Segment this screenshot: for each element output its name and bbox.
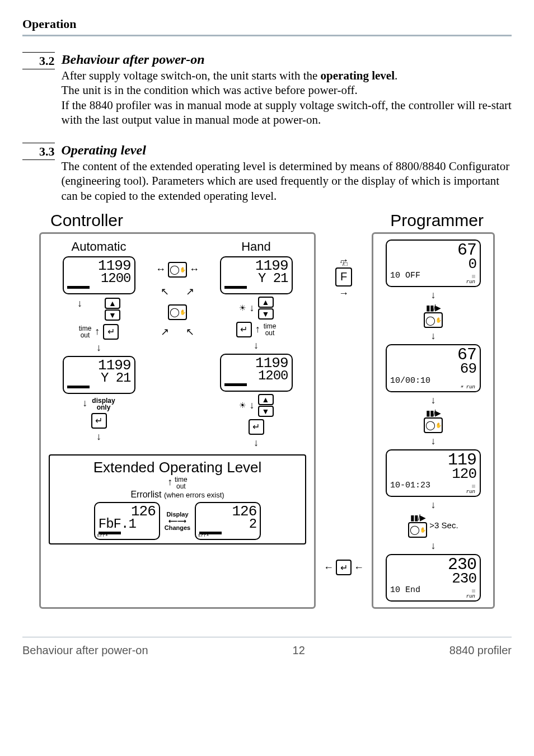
enter-key[interactable]: ↵ <box>91 413 107 429</box>
enter-key[interactable]: ↵ <box>249 419 264 435</box>
gt3sec-label: >3 Sec. <box>429 520 458 530</box>
programmer-panel: 67 0 10 OFF run ↓ ▮▮/▶ ◯✋ ↓ 67 69 10/00:… <box>372 232 495 609</box>
extended-title: Extended Operating Level <box>53 459 302 476</box>
footer-left: Behaviour after power-on <box>22 644 148 657</box>
lcd-prog-1: 67 0 10 OFF run <box>386 240 481 287</box>
diag-arrow-icon: ↖ <box>161 285 169 298</box>
programmer-title: Programmer <box>390 211 484 230</box>
run-stop-key[interactable]: ◯✋ <box>408 522 427 538</box>
section-body: After supply voltage switch-on, the unit… <box>62 68 512 127</box>
down-arrow-icon: ↓ <box>82 397 87 409</box>
hand-mode-key[interactable]: ◯✋ <box>168 262 187 278</box>
bidir-arrow-icon: ↔ <box>189 264 199 275</box>
timeout-label: time out <box>79 325 92 339</box>
down-arrow-icon: ↓ <box>250 400 255 411</box>
page-header: Operation <box>22 17 512 36</box>
section-3-3: 3.3 Operating level The content of the e… <box>22 143 512 203</box>
hand-mode-key[interactable]: ◯✋ <box>168 304 187 320</box>
run-stop-icon: ▮▮/▶ <box>426 303 441 312</box>
footer-right: 8840 profiler <box>449 644 512 657</box>
up-arrow-icon: ↑ <box>255 323 260 335</box>
up-arrow-icon: ↑ <box>95 326 100 337</box>
lcd-hand-2: 1199 1200 <box>220 354 293 392</box>
section-number: 3.3 <box>22 144 55 160</box>
up-down-keys[interactable]: ▲▼ <box>105 298 120 321</box>
down-arrow-icon: ↓ <box>254 340 259 351</box>
lcd-hand-1: 1199 Y 21 <box>220 256 293 294</box>
lcd-prog-2: 67 69 10/00:10 ☀ run <box>386 344 481 392</box>
footer-page-number: 12 <box>293 644 305 657</box>
controller-panel: Automatic 1199 1200 ↓ ▲▼ <box>39 232 316 609</box>
section-3-2: 3.2 Behaviour after power-on After suppl… <box>22 52 512 127</box>
diag-arrow-icon: ↗ <box>161 326 169 338</box>
timeout-label: time out <box>175 476 188 490</box>
left-arrow-icon: ← <box>324 562 334 574</box>
run-stop-icon: ▮▮/▶ <box>410 513 425 522</box>
down-arrow-icon: ↓ <box>96 342 101 354</box>
hand-blink-icon <box>239 303 246 313</box>
run-stop-key[interactable]: ◯✋ <box>424 312 443 328</box>
down-arrow-icon: ↓ <box>431 289 436 301</box>
section-number: 3.2 <box>22 54 55 69</box>
lcd-prog-4: 230 230 10 End run <box>386 554 481 602</box>
diag-arrow-icon: ↖ <box>186 326 194 338</box>
f-key[interactable]: F <box>335 267 352 287</box>
down-arrow-icon: ↓ <box>431 330 436 342</box>
controller-title: Controller <box>50 211 123 230</box>
lcd-error-2: 126 2 Err☀ <box>195 502 261 540</box>
section-title: Behaviour after power-on <box>62 52 512 67</box>
page-footer: Behaviour after power-on 12 8840 profile… <box>22 637 512 657</box>
lcd-auto-2: 1199 Y 21 <box>63 356 135 394</box>
errorlist-label: Errorlist <box>130 490 161 499</box>
hand-blink-icon <box>239 400 246 410</box>
extended-operating-level: Extended Operating Level ↑ time out Erro… <box>49 454 306 544</box>
section-body: The content of the extended operating le… <box>62 159 512 203</box>
timeout-label: time out <box>264 323 277 336</box>
hand-label: Hand <box>241 240 271 254</box>
down-arrow-icon: ↓ <box>431 395 436 406</box>
errorlist-sublabel: (when errors exist) <box>164 491 224 499</box>
up-down-keys[interactable]: ▲▼ <box>258 297 274 320</box>
up-arrow-icon: ↑ <box>167 476 172 487</box>
down-arrow-icon: ↓ <box>431 540 436 552</box>
down-arrow-icon: ↓ <box>431 435 436 447</box>
diag-arrow-icon: ↗ <box>186 285 194 298</box>
lcd-prog-3: 119 120 10-01:23 run <box>386 449 481 497</box>
run-stop-key[interactable]: ◯✋ <box>424 417 443 433</box>
section-title: Operating level <box>62 143 512 158</box>
display-only-label: display only <box>92 397 115 411</box>
enter-key[interactable]: ↵ <box>236 322 252 337</box>
down-arrow-icon: ↓ <box>250 302 255 314</box>
run-stop-icon: ▮▮/▶ <box>426 408 441 417</box>
automatic-label: Automatic <box>72 240 127 254</box>
down-arrow-icon: ↓ <box>431 499 436 511</box>
down-arrow-icon: ↓ <box>96 431 101 443</box>
enter-key[interactable]: ↵ <box>103 324 119 340</box>
bidir-arrow-icon: ↔ <box>156 264 166 275</box>
left-arrow-icon: ← <box>354 562 364 574</box>
enter-key[interactable]: ↵ <box>336 560 352 575</box>
lcd-auto-1: 1199 1200 <box>63 256 135 294</box>
display-changes-label: Display⟵⟶Changes <box>165 511 190 531</box>
right-arrow-icon: → <box>339 288 349 299</box>
down-arrow-icon: ↓ <box>254 437 259 449</box>
lcd-error-1: 126 FbF.1 Err☀ <box>94 502 160 540</box>
up-down-keys[interactable]: ▲▼ <box>258 394 274 417</box>
down-arrow-icon: ↓ <box>77 298 82 321</box>
